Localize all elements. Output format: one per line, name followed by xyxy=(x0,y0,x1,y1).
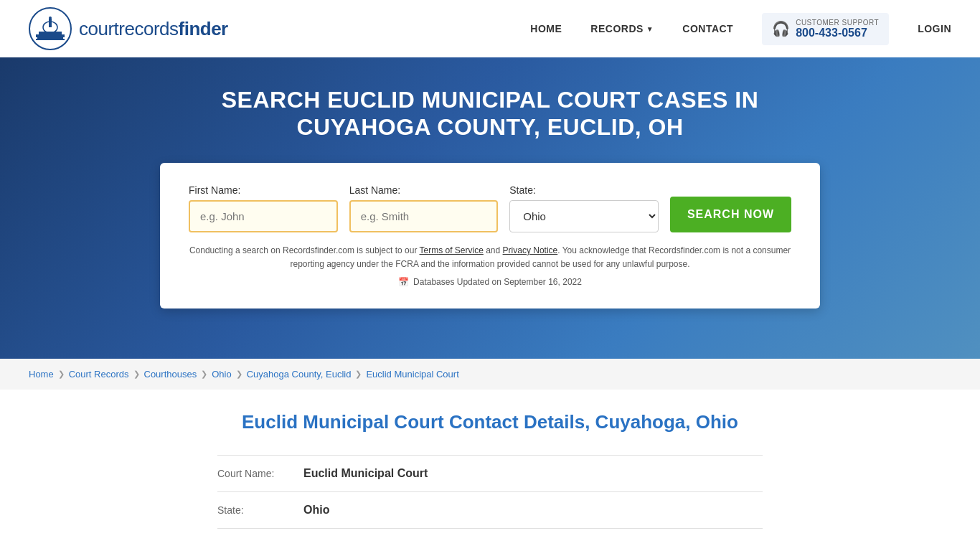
page-heading: Euclid Municipal Court Contact Details, … xyxy=(217,411,763,433)
terms-link[interactable]: Terms of Service xyxy=(420,245,484,255)
search-fields: First Name: Last Name: State: Ohio Alaba… xyxy=(189,184,791,232)
first-name-group: First Name: xyxy=(189,184,338,232)
records-chevron-icon: ▼ xyxy=(646,25,654,33)
breadcrumb: Home ❯ Court Records ❯ Courthouses ❯ Ohi… xyxy=(0,359,980,390)
search-disclaimer: Conducting a search on Recordsfinder.com… xyxy=(189,244,791,271)
state-value: Ohio xyxy=(303,504,329,517)
svg-rect-12 xyxy=(37,37,63,39)
main-content: Euclid Municipal Court Contact Details, … xyxy=(203,390,777,550)
privacy-link[interactable]: Privacy Notice xyxy=(503,245,558,255)
logo-icon xyxy=(29,7,72,50)
search-card: First Name: Last Name: State: Ohio Alaba… xyxy=(160,163,820,309)
svg-rect-13 xyxy=(36,39,65,40)
breadcrumb-courthouses[interactable]: Courthouses xyxy=(144,369,197,380)
breadcrumb-ohio[interactable]: Ohio xyxy=(212,369,231,380)
hero-section: SEARCH EUCLID MUNICIPAL COURT CASES IN C… xyxy=(0,57,980,359)
svg-point-0 xyxy=(29,8,71,50)
breadcrumb-sep-3: ❯ xyxy=(201,369,207,379)
breadcrumb-current: Euclid Municipal Court xyxy=(366,369,458,380)
breadcrumb-sep-2: ❯ xyxy=(133,369,140,379)
breadcrumb-sep-4: ❯ xyxy=(236,369,242,379)
svg-rect-6 xyxy=(40,32,42,34)
breadcrumb-cuyahoga[interactable]: Cuyahoga County, Euclid xyxy=(247,369,352,380)
logo[interactable]: courtrecordsfinder xyxy=(29,7,228,50)
last-name-group: Last Name: xyxy=(349,184,499,232)
nav-login[interactable]: LOGIN xyxy=(918,23,951,34)
svg-point-5 xyxy=(49,17,52,19)
hero-title: SEARCH EUCLID MUNICIPAL COURT CASES IN C… xyxy=(167,86,813,141)
breadcrumb-home[interactable]: Home xyxy=(29,369,54,380)
last-name-input[interactable] xyxy=(349,200,499,232)
svg-rect-4 xyxy=(49,19,52,27)
breadcrumb-sep-1: ❯ xyxy=(58,369,65,379)
state-label-row: State: xyxy=(217,504,303,516)
breadcrumb-court-records[interactable]: Court Records xyxy=(69,369,129,380)
site-header: courtrecordsfinder HOME RECORDS ▼ CONTAC… xyxy=(0,0,980,57)
svg-rect-11 xyxy=(57,32,59,34)
state-label: State: xyxy=(509,184,659,196)
state-group: State: Ohio Alabama Alaska California Fl… xyxy=(509,184,659,232)
db-updated: 📅 Databases Updated on September 16, 202… xyxy=(189,277,791,287)
svg-rect-9 xyxy=(52,32,53,34)
svg-rect-10 xyxy=(55,32,56,34)
search-button[interactable]: SEARCH NOW xyxy=(670,197,791,232)
calendar-icon: 📅 xyxy=(398,277,409,287)
headset-icon: 🎧 xyxy=(772,20,790,37)
court-name-value: Euclid Municipal Court xyxy=(303,467,428,480)
state-row: State: Ohio xyxy=(217,492,763,529)
svg-rect-8 xyxy=(46,32,47,34)
support-number: 800-433-0567 xyxy=(796,27,879,39)
svg-rect-7 xyxy=(43,32,44,34)
court-name-row: Court Name: Euclid Municipal Court xyxy=(217,456,763,492)
logo-text: courtrecordsfinder xyxy=(79,18,228,40)
breadcrumb-sep-5: ❯ xyxy=(355,369,362,379)
last-name-label: Last Name: xyxy=(349,184,499,196)
svg-rect-1 xyxy=(36,34,65,37)
nav-records[interactable]: RECORDS ▼ xyxy=(590,23,654,34)
support-label: CUSTOMER SUPPORT xyxy=(796,19,879,27)
court-name-label: Court Name: xyxy=(217,468,303,479)
support-box[interactable]: 🎧 CUSTOMER SUPPORT 800-433-0567 xyxy=(762,13,889,45)
nav-home[interactable]: HOME xyxy=(530,23,562,34)
main-nav: HOME RECORDS ▼ CONTACT 🎧 CUSTOMER SUPPOR… xyxy=(530,13,951,45)
first-name-input[interactable] xyxy=(189,200,338,232)
nav-contact[interactable]: CONTACT xyxy=(682,23,733,34)
state-select[interactable]: Ohio Alabama Alaska California Florida N… xyxy=(509,200,659,232)
first-name-label: First Name: xyxy=(189,184,338,196)
